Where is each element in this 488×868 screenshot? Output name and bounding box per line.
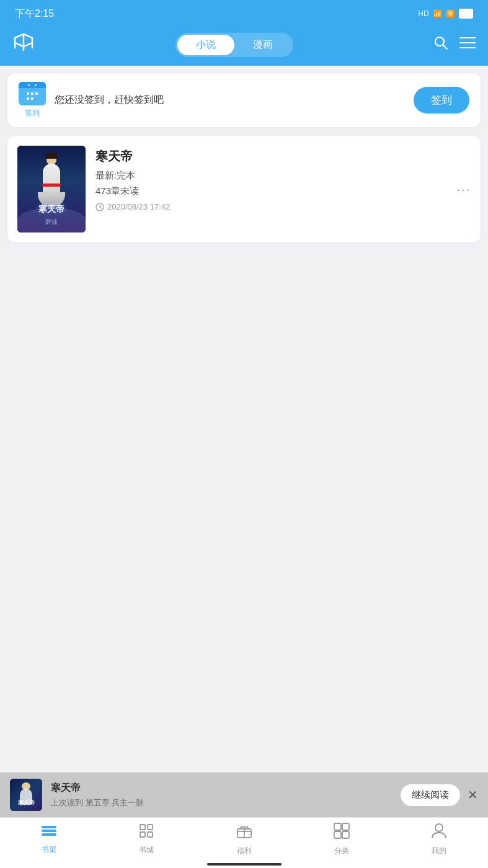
continue-reading-button[interactable]: 继续阅读 <box>401 784 460 806</box>
status-bar: 下午2:15 HD 📶 🛜 52 <box>0 0 488 27</box>
svg-rect-9 <box>31 97 33 100</box>
nav-item-profile[interactable]: 我的 <box>391 822 488 856</box>
svg-rect-17 <box>148 832 153 837</box>
book-more-button[interactable]: ··· <box>456 182 471 197</box>
svg-rect-16 <box>140 832 145 837</box>
reading-bar-title: 寒天帝 <box>51 782 392 795</box>
svg-rect-7 <box>35 92 38 95</box>
signin-left: 签到 您还没签到，赶快签到吧 <box>19 82 164 118</box>
reading-bar-info: 寒天帝 上次读到 第五章 兵主一脉 <box>51 782 392 808</box>
top-nav: 小说 漫画 <box>0 27 488 66</box>
reading-bar: 寒天帝 寒天帝 上次读到 第五章 兵主一脉 继续阅读 ✕ <box>0 773 488 817</box>
wifi-icon: 🛜 <box>446 9 455 18</box>
book-date: 2020/08/23 17:42 <box>95 202 471 211</box>
svg-line-1 <box>443 45 448 50</box>
nav-label-store: 书城 <box>139 845 154 856</box>
svg-rect-19 <box>334 823 341 830</box>
welfare-icon <box>236 822 253 843</box>
svg-point-23 <box>435 824 443 831</box>
store-icon <box>138 823 154 843</box>
svg-rect-11 <box>42 826 56 828</box>
book-title: 寒天帝 <box>95 148 471 165</box>
app-logo <box>12 33 35 57</box>
battery-indicator: 52 <box>459 9 473 19</box>
book-card[interactable]: 纵横中文网 <box>7 136 481 242</box>
reading-bar-actions: 继续阅读 ✕ <box>401 784 478 806</box>
status-icons: HD 📶 🛜 52 <box>418 9 473 19</box>
signin-message: 您还没签到，赶快签到吧 <box>55 94 164 107</box>
signin-icon-box: 签到 <box>19 82 46 118</box>
nav-label-welfare: 福利 <box>237 846 252 856</box>
nav-label-categories: 分类 <box>334 846 349 856</box>
reading-bar-chapter: 上次读到 第五章 兵主一脉 <box>51 797 392 808</box>
nav-item-welfare[interactable]: 福利 <box>195 822 293 856</box>
tab-novel[interactable]: 小说 <box>177 35 234 55</box>
svg-rect-6 <box>31 92 33 95</box>
signal-icon: HD <box>418 9 428 18</box>
nav-label-profile: 我的 <box>432 846 446 856</box>
svg-rect-14 <box>140 825 145 830</box>
svg-rect-12 <box>42 830 56 832</box>
svg-rect-13 <box>42 833 56 836</box>
categories-icon <box>333 822 350 843</box>
cover-subtitle: 辉仙 <box>17 218 86 226</box>
tab-manga[interactable]: 漫画 <box>234 35 291 55</box>
close-reading-bar-button[interactable]: ✕ <box>468 787 478 802</box>
reading-bar-cover: 寒天帝 <box>10 779 42 811</box>
svg-rect-22 <box>342 831 349 838</box>
bookshelf-icon <box>40 823 58 842</box>
book-latest: 最新:完本 <box>95 170 471 182</box>
signal-bars: 📶 <box>433 9 442 18</box>
menu-icon[interactable] <box>459 37 476 53</box>
nav-actions <box>433 35 476 54</box>
svg-rect-21 <box>334 831 341 838</box>
nav-item-categories[interactable]: 分类 <box>293 822 390 856</box>
nav-item-store[interactable]: 书城 <box>97 823 195 856</box>
bottom-nav: 书架 书城 福利 <box>0 817 488 862</box>
profile-icon <box>431 822 447 843</box>
book-info: 寒天帝 最新:完本 473章未读 2020/08/23 17:42 <box>95 146 471 211</box>
nav-item-bookshelf[interactable]: 书架 <box>0 823 97 855</box>
svg-rect-15 <box>148 825 153 830</box>
signin-calendar-icon <box>19 82 46 105</box>
home-indicator <box>207 863 282 866</box>
signin-icon-label: 签到 <box>25 108 40 118</box>
cover-title: 寒天帝 <box>17 204 86 215</box>
clock-icon <box>95 203 104 211</box>
content-type-tabs: 小说 漫画 <box>175 33 293 57</box>
svg-rect-5 <box>27 92 29 95</box>
signin-button[interactable]: 签到 <box>414 87 469 113</box>
main-content: 签到 您还没签到，赶快签到吧 签到 纵横中文网 <box>0 66 488 773</box>
signin-banner: 签到 您还没签到，赶快签到吧 签到 <box>7 73 481 127</box>
svg-rect-20 <box>342 823 349 830</box>
nav-label-bookshelf: 书架 <box>42 844 56 855</box>
book-cover: 纵横中文网 <box>17 146 86 232</box>
status-time: 下午2:15 <box>15 7 54 20</box>
book-unread: 473章未读 <box>95 185 471 197</box>
search-icon[interactable] <box>433 35 448 54</box>
svg-rect-8 <box>27 97 29 100</box>
